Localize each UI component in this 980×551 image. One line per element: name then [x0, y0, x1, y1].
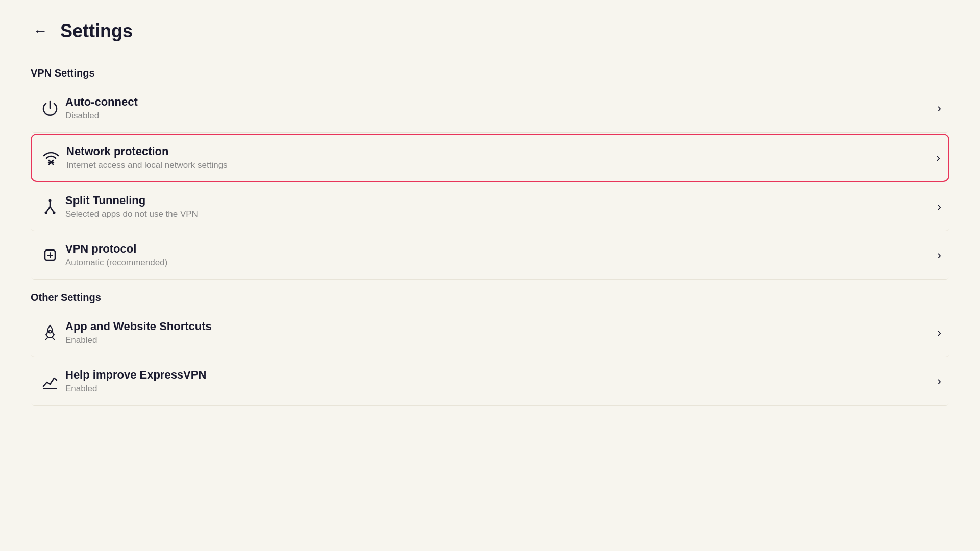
- auto-connect-title: Auto-connect: [65, 95, 937, 109]
- other-settings-list: App and Website Shortcuts Enabled › Help…: [31, 309, 949, 406]
- app-shortcuts-subtitle: Enabled: [65, 335, 937, 345]
- split-tunneling-chevron: ›: [937, 199, 941, 214]
- svg-point-4: [49, 199, 52, 202]
- other-settings-label: Other Settings: [31, 292, 949, 304]
- auto-connect-subtitle: Disabled: [65, 111, 937, 121]
- chart-icon: [35, 372, 65, 390]
- app-shortcuts-title: App and Website Shortcuts: [65, 320, 937, 333]
- app-shortcuts-chevron: ›: [937, 325, 941, 340]
- svg-point-8: [49, 331, 52, 333]
- settings-item-app-shortcuts[interactable]: App and Website Shortcuts Enabled ›: [31, 309, 949, 357]
- header: ← Settings: [31, 20, 949, 42]
- wifi-x-icon: [36, 148, 66, 167]
- split-tunneling-subtitle: Selected apps do not use the VPN: [65, 209, 937, 219]
- svg-point-5: [45, 212, 47, 214]
- help-improve-chevron: ›: [937, 374, 941, 388]
- settings-item-help-improve[interactable]: Help improve ExpressVPN Enabled ›: [31, 357, 949, 406]
- settings-page: ← Settings VPN Settings Auto-connect Dis…: [0, 0, 980, 430]
- network-protection-title: Network protection: [66, 145, 936, 158]
- vpn-settings-list: Auto-connect Disabled › Net: [31, 84, 949, 280]
- vpn-protocol-chevron: ›: [937, 248, 941, 262]
- rocket-icon: [35, 323, 65, 342]
- help-improve-subtitle: Enabled: [65, 384, 937, 394]
- network-protection-chevron: ›: [936, 151, 940, 165]
- auto-connect-chevron: ›: [937, 101, 941, 115]
- protocol-icon: [35, 246, 65, 264]
- help-improve-title: Help improve ExpressVPN: [65, 368, 937, 382]
- network-protection-subtitle: Internet access and local network settin…: [66, 160, 936, 170]
- settings-item-vpn-protocol[interactable]: VPN protocol Automatic (recommended) ›: [31, 231, 949, 280]
- other-settings-section: Other Settings App and Website Shortcuts…: [31, 292, 949, 406]
- settings-item-network-protection[interactable]: Network protection Internet access and l…: [31, 134, 949, 182]
- settings-item-split-tunneling[interactable]: Split Tunneling Selected apps do not use…: [31, 183, 949, 231]
- vpn-settings-section: VPN Settings Auto-connect Disabled ›: [31, 67, 949, 280]
- page-title: Settings: [60, 20, 133, 42]
- vpn-protocol-subtitle: Automatic (recommended): [65, 258, 937, 268]
- settings-item-auto-connect[interactable]: Auto-connect Disabled ›: [31, 84, 949, 133]
- split-tunneling-title: Split Tunneling: [65, 194, 937, 207]
- vpn-settings-label: VPN Settings: [31, 67, 949, 79]
- vpn-protocol-title: VPN protocol: [65, 242, 937, 256]
- svg-point-6: [53, 212, 56, 214]
- power-icon: [35, 99, 65, 117]
- back-button[interactable]: ←: [31, 20, 50, 42]
- fork-icon: [35, 197, 65, 216]
